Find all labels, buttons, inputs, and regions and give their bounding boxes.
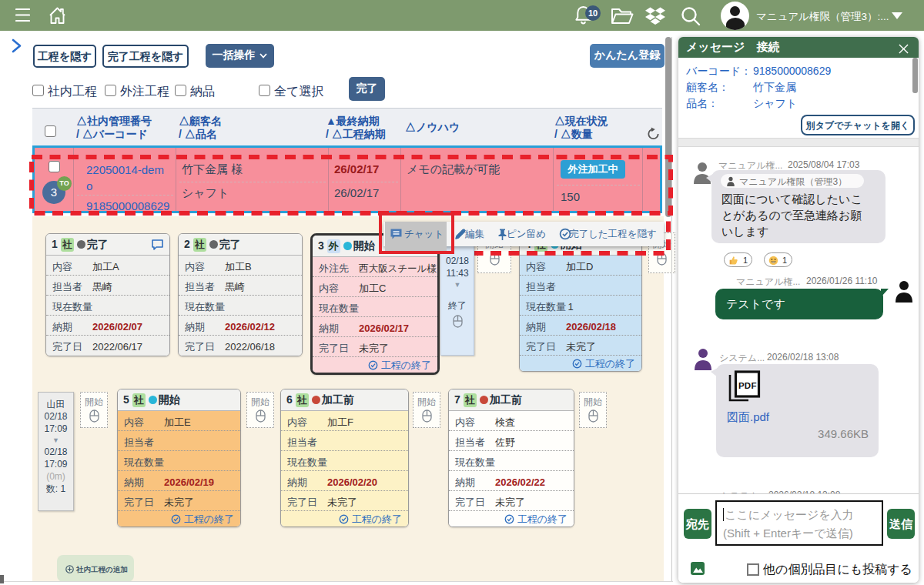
svg-text:PDF: PDF (738, 381, 757, 390)
